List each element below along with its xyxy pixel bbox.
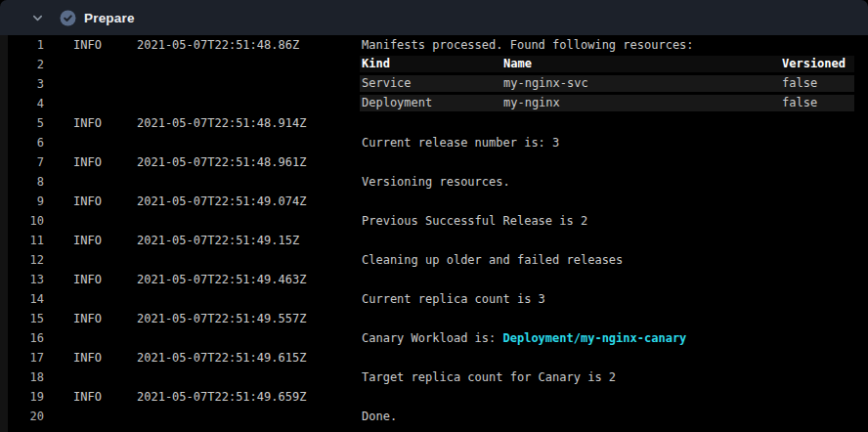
log-row: 20Done. <box>0 407 868 426</box>
log-message <box>362 387 868 407</box>
line-number[interactable]: 15 <box>0 309 44 328</box>
step-header-bar[interactable]: Prepare <box>0 0 868 35</box>
log-timestamp: 2021-05-07T22:51:48.961Z <box>137 152 362 172</box>
log-level <box>73 211 137 231</box>
line-number[interactable]: 13 <box>0 270 44 289</box>
log-timestamp <box>137 74 362 94</box>
canary-workload-link[interactable]: Deployment/my-nginx-canary <box>503 331 687 345</box>
log-message: Done. <box>362 407 868 426</box>
log-timestamp: 2021-05-07T22:51:49.659Z <box>137 387 362 407</box>
line-number[interactable]: 8 <box>0 172 44 192</box>
log-level: INFO <box>73 113 137 133</box>
log-timestamp: 2021-05-07T22:51:48.86Z <box>137 35 362 55</box>
log-timestamp <box>137 367 362 387</box>
log-level <box>73 172 137 192</box>
line-number[interactable]: 10 <box>0 211 44 231</box>
log-level: INFO <box>73 152 137 172</box>
log-level <box>73 367 137 387</box>
log-row: 13INFO2021-05-07T22:51:49.463Z <box>0 270 868 289</box>
log-row: 8Versioning resources. <box>0 172 868 192</box>
log-level <box>73 74 137 94</box>
log-message <box>362 309 868 328</box>
log-message: Manifests processed. Found following res… <box>362 35 868 55</box>
log-level: INFO <box>73 35 137 55</box>
log-row: 18Target replica count for Canary is 2 <box>0 367 868 387</box>
log-message: Versioning resources. <box>362 172 868 192</box>
log-row: 15INFO2021-05-07T22:51:49.557Z <box>0 309 868 328</box>
line-number[interactable]: 2 <box>0 55 44 74</box>
log-message: Previous Successful Release is 2 <box>362 211 868 231</box>
log-row: 14Current replica count is 3 <box>0 289 868 309</box>
line-number[interactable]: 7 <box>0 152 44 172</box>
log-timestamp: 2021-05-07T22:51:49.615Z <box>137 348 362 367</box>
line-number[interactable]: 12 <box>0 250 44 270</box>
log-row: 1INFO2021-05-07T22:51:48.86ZManifests pr… <box>0 35 868 55</box>
log-level: INFO <box>73 192 137 211</box>
message-text: Current replica count is 3 <box>362 292 545 306</box>
table-cell: my-nginx-svc <box>503 75 782 92</box>
log-level: INFO <box>73 231 137 250</box>
log-timestamp <box>137 407 362 426</box>
log-message: Cleaning up older and failed releases <box>362 250 868 270</box>
log-level <box>73 328 137 348</box>
line-number[interactable]: 14 <box>0 289 44 309</box>
log-row: 7INFO2021-05-07T22:51:48.961Z <box>0 152 868 172</box>
log-viewer: 1INFO2021-05-07T22:51:48.86ZManifests pr… <box>0 35 868 432</box>
log-message <box>362 270 868 289</box>
log-row: 5INFO2021-05-07T22:51:48.914Z <box>0 113 868 133</box>
chevron-down-icon[interactable] <box>30 11 44 24</box>
message-text: Cleaning up older and failed releases <box>362 253 623 267</box>
log-timestamp <box>137 250 362 270</box>
message-text: Current release number is: 3 <box>362 136 559 150</box>
table-cell: my-nginx <box>503 95 782 111</box>
log-level <box>73 55 137 74</box>
log-row: 2KindNameVersioned <box>0 55 868 74</box>
line-number[interactable]: 5 <box>0 113 44 133</box>
log-message: Current release number is: 3 <box>362 133 868 152</box>
line-number[interactable]: 17 <box>0 348 44 367</box>
log-timestamp: 2021-05-07T22:51:49.557Z <box>137 309 362 328</box>
log-level: INFO <box>73 348 137 367</box>
log-message: Canary Workload is: Deployment/my-nginx-… <box>362 328 868 348</box>
log-row: 6Current release number is: 3 <box>0 133 868 152</box>
line-number[interactable]: 6 <box>0 133 44 152</box>
line-number[interactable]: 3 <box>0 74 44 94</box>
log-message: KindNameVersioned <box>362 55 868 74</box>
log-timestamp <box>137 55 362 74</box>
line-number[interactable]: 1 <box>0 35 44 55</box>
line-number[interactable]: 16 <box>0 328 44 348</box>
log-timestamp <box>137 289 362 309</box>
line-number[interactable]: 20 <box>0 407 44 426</box>
table-cell: Versioned <box>782 56 854 72</box>
log-level <box>73 133 137 152</box>
log-row: 3Servicemy-nginx-svcfalse <box>0 74 868 94</box>
line-number[interactable]: 9 <box>0 192 44 211</box>
log-message <box>362 192 868 211</box>
log-timestamp <box>137 94 362 113</box>
log-message <box>362 152 868 172</box>
line-number[interactable]: 11 <box>0 231 44 250</box>
log-timestamp: 2021-05-07T22:51:49.15Z <box>137 231 362 250</box>
log-lines: 1INFO2021-05-07T22:51:48.86ZManifests pr… <box>0 35 868 426</box>
log-row: 10Previous Successful Release is 2 <box>0 211 868 231</box>
log-timestamp <box>137 211 362 231</box>
log-message <box>362 113 868 133</box>
log-row: 12Cleaning up older and failed releases <box>0 250 868 270</box>
log-message <box>362 231 868 250</box>
message-text: Canary Workload is: <box>362 331 503 345</box>
line-number[interactable]: 4 <box>0 94 44 113</box>
log-row: 17INFO2021-05-07T22:51:49.615Z <box>0 348 868 367</box>
table-cell: Service <box>362 75 503 92</box>
table-cell: false <box>782 75 854 92</box>
log-level: INFO <box>73 309 137 328</box>
message-text: Done. <box>362 410 397 423</box>
log-message: Deploymentmy-nginxfalse <box>362 94 868 113</box>
log-timestamp: 2021-05-07T22:51:48.914Z <box>137 113 362 133</box>
log-timestamp <box>137 328 362 348</box>
log-message: Target replica count for Canary is 2 <box>362 367 868 387</box>
table-cell: Name <box>503 56 782 72</box>
log-level <box>73 407 137 426</box>
line-number[interactable]: 18 <box>0 367 44 387</box>
line-number[interactable]: 19 <box>0 387 44 407</box>
log-level <box>73 289 137 309</box>
